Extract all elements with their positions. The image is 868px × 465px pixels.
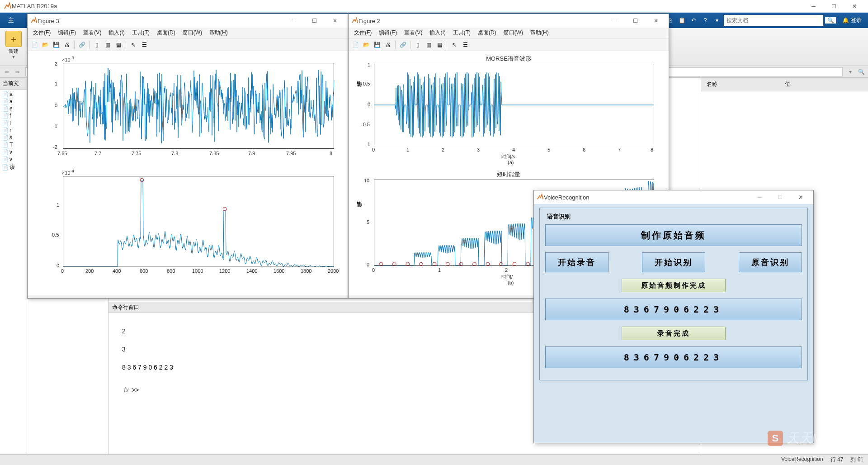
file-item[interactable]: 📄f [1,119,26,127]
dropdown-icon[interactable]: ▾ [712,15,722,25]
figure-2-titlebar[interactable]: Figure 2 ─ ☐ ✕ [349,14,669,28]
search-go-icon[interactable]: 🔍 [825,17,836,24]
nav-forward-icon[interactable]: ⇨ [13,67,23,76]
menu-item[interactable]: 工具(T) [128,28,153,38]
file-item[interactable]: 📄s [1,134,26,141]
menu-item[interactable]: 工具(T) [449,28,474,38]
file-item[interactable]: 📄r [1,127,26,134]
help-icon[interactable]: ? [700,15,710,25]
fig2-top-axes[interactable] [374,64,654,145]
undo-icon[interactable]: ↶ [689,15,698,25]
matlab-logo-icon [4,2,12,10]
search-input[interactable] [724,15,823,26]
fig3-close-button[interactable]: ✕ [325,14,345,27]
menu-item[interactable]: 帮助(H) [527,28,552,38]
figure-3-window[interactable]: Figure 3 ─ ☐ ✕ 文件(F)编辑(E)查看(V)插入(I)工具(T)… [27,14,348,299]
vr-close-button[interactable]: ✕ [790,191,811,204]
wechat-icon: S [768,431,783,446]
vr-minimize-button[interactable]: ─ [750,191,770,204]
link-icon[interactable]: 🔗 [398,40,408,50]
maximize-button[interactable]: ☐ [824,0,844,13]
fx-icon[interactable]: fx [124,381,129,399]
save-icon[interactable]: 💾 [51,40,61,50]
nav-back-icon[interactable]: ⇦ [2,67,12,76]
vr-start-recognize-button[interactable]: 开始识别 [642,252,705,272]
file-icon: 📄 [2,142,8,148]
minimize-button[interactable]: ─ [803,0,824,13]
open-icon[interactable]: 📂 [40,40,50,50]
menu-item[interactable]: 桌面(D) [474,28,500,38]
layout2-icon[interactable]: ▥ [103,40,113,50]
menu-item[interactable]: 帮助(H) [206,28,231,38]
file-icon: 📄 [2,127,8,133]
menu-item[interactable]: 窗口(W) [500,28,527,38]
bell-icon: 🔔 [842,17,849,24]
vr-frame-label: 语音识别 [545,213,572,221]
file-item[interactable]: 📄v [1,156,26,163]
close-button[interactable]: ✕ [844,0,864,13]
login-button[interactable]: 🔔 登录 [838,17,866,24]
layout1-icon[interactable]: ▯ [413,40,423,50]
fig2-maximize-button[interactable]: ☐ [625,14,646,27]
svg-point-11 [499,262,503,266]
search-icon[interactable]: 🔍 [856,67,866,76]
file-item[interactable]: 📄v [1,148,26,156]
file-item[interactable]: 📄f [1,112,26,119]
menu-item[interactable]: 文件(F) [350,28,375,38]
new-figure-icon[interactable]: 📄 [29,40,39,50]
file-item[interactable]: 📄e [1,105,26,112]
file-item[interactable]: 📄a [1,98,26,105]
paste-icon[interactable]: 📋 [677,15,687,25]
voice-recognition-window[interactable]: VoiceRecognition ─ ☐ ✕ 语音识别 制作原始音频 开始录音 … [533,190,814,443]
fig3-maximize-button[interactable]: ☐ [304,14,325,27]
new-button[interactable]: ＋ [5,31,22,47]
file-item[interactable]: 📄T [1,141,26,148]
ribbon-tab-home[interactable]: 主 [2,14,20,27]
fig3-minimize-button[interactable]: ─ [284,14,304,27]
new-figure-icon[interactable]: 📄 [350,40,360,50]
inspect-icon[interactable]: ☰ [139,40,149,50]
save-icon[interactable]: 💾 [372,40,382,50]
vr-make-audio-button[interactable]: 制作原始音频 [545,224,802,246]
file-item[interactable]: 📄读 [1,163,26,171]
print-icon[interactable]: 🖨 [62,40,72,50]
menu-item[interactable]: 插入(I) [426,28,449,38]
vr-maximize-button[interactable]: ☐ [770,191,790,204]
vr-titlebar[interactable]: VoiceRecognition ─ ☐ ✕ [534,190,813,204]
menu-item[interactable]: 查看(V) [80,28,105,38]
vr-orig-recognize-button[interactable]: 原音识别 [739,252,802,272]
print-icon[interactable]: 🖨 [383,40,393,50]
menu-item[interactable]: 编辑(E) [54,28,80,38]
menu-item[interactable]: 桌面(D) [153,28,179,38]
file-item[interactable]: 📄a [1,90,26,98]
pointer-icon[interactable]: ↖ [128,40,138,50]
new-dropdown-icon[interactable]: ▼ [12,55,16,59]
menu-item[interactable]: 窗口(W) [179,28,206,38]
menu-item[interactable]: 编辑(E) [375,28,401,38]
pointer-icon[interactable]: ↖ [449,40,459,50]
vr-status-2: 录音完成 [622,327,726,340]
menu-item[interactable]: 文件(F) [29,28,54,38]
path-dropdown-icon[interactable]: ▾ [845,67,855,76]
svg-point-7 [446,262,449,266]
inspect-icon[interactable]: ☰ [460,40,470,50]
layout3-icon[interactable]: ▦ [434,40,444,50]
figure-3-titlebar[interactable]: Figure 3 ─ ☐ ✕ [28,14,348,28]
fig2-bot-sublabel: (b) [508,280,514,285]
layout2-icon[interactable]: ▥ [424,40,434,50]
layout1-icon[interactable]: ▯ [92,40,102,50]
file-icon: 📄 [2,149,8,155]
fig3-top-axes[interactable] [63,63,334,149]
open-icon[interactable]: 📂 [361,40,371,50]
menu-item[interactable]: 插入(I) [105,28,128,38]
fig2-minimize-button[interactable]: ─ [605,14,625,27]
fig3-bot-axes[interactable] [63,176,334,266]
svg-point-6 [433,262,436,266]
fig2-close-button[interactable]: ✕ [646,14,666,27]
fig2-top-title: MORSE语音波形 [352,55,665,63]
status-col: 列 61 [850,456,863,464]
menu-item[interactable]: 查看(V) [401,28,426,38]
vr-start-record-button[interactable]: 开始录音 [545,252,609,272]
link-icon[interactable]: 🔗 [77,40,87,50]
layout3-icon[interactable]: ▦ [113,40,123,50]
